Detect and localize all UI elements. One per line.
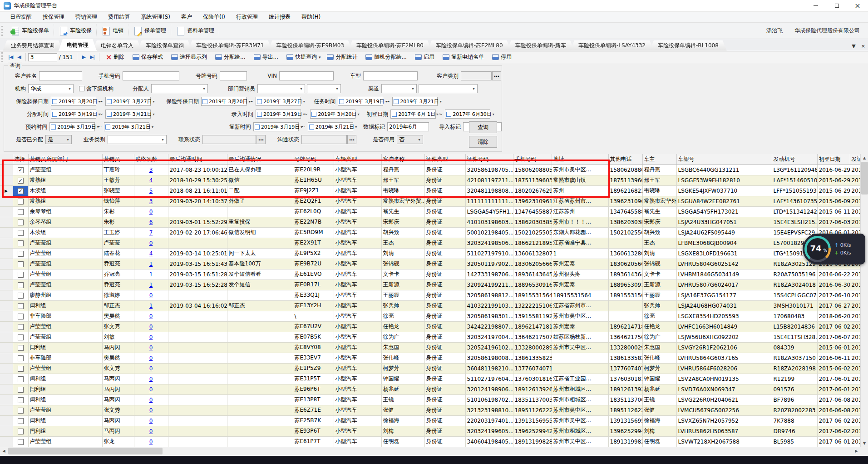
grid-cell[interactable]: 2017-06-01 xyxy=(817,374,850,384)
grid-cell[interactable]: 闫利组 xyxy=(28,426,102,436)
contact-count-link[interactable]: 4 xyxy=(149,250,153,257)
table-row[interactable]: 闫利组马丙闪0苏E25B7K小型汽车徐福海身份证220203197401...1… xyxy=(0,415,860,426)
grid-cell[interactable]: 7 xyxy=(134,227,168,238)
grid-cell[interactable]: 13962529942 xyxy=(513,426,552,436)
grid-cell[interactable]: 342422198807... xyxy=(465,321,513,332)
grid-cell[interactable]: 苏E1H65U xyxy=(293,175,334,185)
grid-cell[interactable]: 苏E13Y2H xyxy=(293,300,334,311)
date-checkbox[interactable] xyxy=(394,99,399,104)
grid-cell[interactable]: 18962147181 xyxy=(608,321,642,332)
grid-cell[interactable]: 朱惠国 xyxy=(642,342,676,353)
contact-state-input[interactable] xyxy=(202,135,256,144)
grid-cell[interactable]: 身份证 xyxy=(424,185,465,196)
grid-cell[interactable]: LSVD76A0XN069347 xyxy=(676,384,772,394)
date-checkbox[interactable] xyxy=(257,112,262,117)
grid-cell[interactable]: 111111111111... xyxy=(465,196,513,206)
row-checkbox[interactable] xyxy=(13,436,28,447)
grid-cell[interactable]: 小型汽车 xyxy=(334,353,381,363)
firstreg-from-datepicker[interactable]: 2017年 6月 1日▾ xyxy=(390,110,436,119)
grid-cell[interactable] xyxy=(168,363,227,374)
grid-cell[interactable]: 张龙 xyxy=(102,436,134,447)
action-button[interactable]: 停用 xyxy=(489,52,517,62)
include-sub-checkbox[interactable] xyxy=(79,86,84,91)
grid-cell[interactable] xyxy=(168,332,227,342)
contact-count-link[interactable]: 0 xyxy=(149,240,153,246)
scroll-right-icon[interactable]: ▶ xyxy=(853,447,860,455)
unchecked-checkbox-icon[interactable] xyxy=(18,324,24,330)
grid-cell[interactable]: 王丽霞 xyxy=(381,290,424,300)
grid-cell[interactable]: 小型汽车 xyxy=(334,175,381,185)
grid-cell[interactable]: 苏E31P5T xyxy=(293,374,334,384)
tab-overflow-button[interactable]: ▼ xyxy=(852,43,855,49)
reserve-to-datepicker[interactable]: 2019年 3月21日▾ xyxy=(104,122,149,131)
action-button[interactable]: 保存样式 xyxy=(129,52,168,62)
grid-cell[interactable]: 0 xyxy=(134,238,168,248)
grid-cell[interactable]: 13476455887 xyxy=(608,206,642,217)
grid-cell[interactable]: 2015- xyxy=(850,196,860,206)
comm-state-picker-button[interactable]: … xyxy=(347,135,356,144)
grid-cell[interactable]: 2015- xyxy=(850,185,860,196)
mobile-input[interactable] xyxy=(123,71,179,80)
contact-count-link[interactable]: 4 xyxy=(149,177,153,184)
grid-cell[interactable]: 苏E8VY08 xyxy=(293,342,334,353)
grid-cell[interactable] xyxy=(227,415,293,426)
grid-cell[interactable]: 身份证 xyxy=(424,332,465,342)
grid-cell[interactable]: 苏州市相城区... xyxy=(552,426,608,436)
row-indicator[interactable] xyxy=(0,165,13,175)
table-row[interactable]: 卢莹莹组卢莹莹0苏E2X91T小型汽车王杰身份证320324198506...1… xyxy=(0,238,860,248)
grid-cell[interactable]: 卢莹莹组 xyxy=(28,332,102,342)
first-page-button[interactable]: |◀ xyxy=(6,54,15,60)
menu-item[interactable]: 营销管理 xyxy=(70,12,103,22)
date-checkbox[interactable] xyxy=(311,112,316,117)
grid-cell[interactable]: 马丙闪 xyxy=(102,394,134,405)
grid-cell[interactable]: 091576 xyxy=(772,384,817,394)
grid-cell[interactable]: 2019-03-15 16:51:43 xyxy=(168,259,227,269)
grid-cell[interactable]: LVHRU5864F6028206 xyxy=(676,363,772,374)
date-checkbox[interactable] xyxy=(107,99,112,104)
grid-cell[interactable]: LTD*151341242* xyxy=(772,206,817,217)
row-indicator[interactable] xyxy=(0,363,13,374)
grid-cell[interactable]: 宋郑庆 xyxy=(381,217,424,227)
grid-cell[interactable]: 任明磊 xyxy=(381,436,424,447)
grid-cell[interactable]: 微信发明细 xyxy=(227,227,293,238)
table-row[interactable]: 非车险部樊昊然0苏E33EV7小型汽车张伟峰身份证320586198008...… xyxy=(0,353,860,363)
grid-cell[interactable]: 18912613926 xyxy=(513,384,552,394)
comm-state-input[interactable] xyxy=(301,135,347,144)
grid-cell[interactable]: 身份证 xyxy=(424,165,465,175)
grid-cell[interactable]: 0 xyxy=(134,394,168,405)
contact-count-link[interactable]: 0 xyxy=(149,355,153,361)
grid-cell[interactable]: 320481198808... xyxy=(465,185,513,196)
grid-cell[interactable]: 13646217507 xyxy=(513,332,552,342)
grid-cell[interactable]: 18896530916 xyxy=(608,279,642,290)
grid-cell[interactable]: 身份证 xyxy=(424,300,465,311)
grid-cell[interactable]: 朱彬 xyxy=(102,217,134,227)
grid-header-cell[interactable]: 地址 xyxy=(552,154,608,165)
grid-cell[interactable]: 2015- xyxy=(850,342,860,353)
grid-cell[interactable]: 2015-06-29 xyxy=(817,175,850,185)
grid-cell[interactable]: 苏E1P5Z9 xyxy=(293,363,334,374)
row-indicator[interactable] xyxy=(0,321,13,332)
contact-count-link[interactable]: 0 xyxy=(149,292,153,299)
grid-cell[interactable]: 马丙闪 xyxy=(102,374,134,384)
grid-cell[interactable]: 13962310961 xyxy=(513,196,552,206)
grid-cell[interactable]: 任明磊 xyxy=(642,436,676,447)
tab[interactable]: 车险投保单编辑-苏ER3M71 xyxy=(188,40,272,51)
grid-cell[interactable]: LVHRU5807G6024017 xyxy=(676,279,772,290)
grid-cell[interactable]: 2016- xyxy=(850,269,860,279)
grid-cell[interactable]: 18896530916 xyxy=(513,279,552,290)
row-indicator[interactable] xyxy=(0,238,13,248)
grid-cell[interactable]: 15021025505 xyxy=(513,227,552,238)
grid-cell[interactable]: 卢莹莹组 xyxy=(28,363,102,374)
grid-cell[interactable]: 2017-06-02 xyxy=(817,415,850,426)
row-indicator[interactable] xyxy=(0,290,13,300)
grid-cell[interactable]: LSGGA54Y5FH1... xyxy=(465,206,513,217)
grid-cell[interactable]: 2017-06-07 xyxy=(817,332,850,342)
grid-cell[interactable]: 卢莹莹组 xyxy=(28,165,102,175)
grid-cell[interactable]: 小型汽车 xyxy=(334,342,381,353)
grid-cell[interactable]: 苏州宏泰 xyxy=(552,321,608,332)
grid-cell[interactable]: 340604198405... xyxy=(465,436,513,447)
toolbar-button[interactable]: 车险投保单 xyxy=(6,25,54,37)
grid-cell[interactable]: 江苏省工业园... xyxy=(552,374,608,384)
grid-cell[interactable]: 4 xyxy=(134,248,168,259)
grid-cell[interactable]: 2017-08-23 10:00:12 xyxy=(168,165,227,175)
